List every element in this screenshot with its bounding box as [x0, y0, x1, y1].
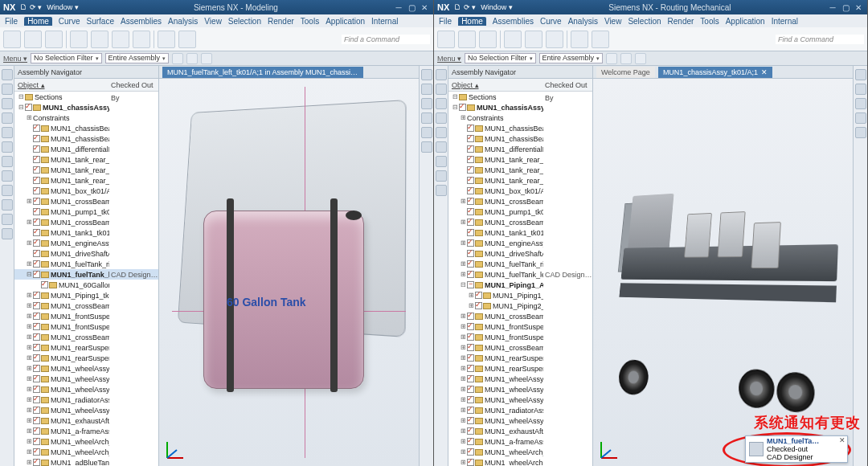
checkbox[interactable] [33, 333, 40, 341]
tree-row[interactable]: ⊞MUN1_frontSuspensionA… [14, 321, 158, 332]
ribbon-button[interactable] [546, 31, 563, 48]
expand-icon[interactable]: ⊞ [460, 323, 467, 330]
expand-icon[interactable]: ⊞ [460, 448, 467, 456]
checkbox[interactable] [467, 438, 474, 445]
tree-row[interactable]: ⊞MUN1_crossBeam_mid_t… [448, 342, 592, 353]
tree-row[interactable]: ⊞MUN1_engineAssy_tk01/… [448, 238, 592, 248]
checkbox[interactable] [475, 302, 482, 309]
maximize-icon[interactable]: ▢ [406, 2, 417, 12]
expand-icon[interactable]: ⊞ [26, 417, 33, 424]
ribbon-tab[interactable]: Assemblies [121, 17, 162, 26]
rail-icon[interactable] [436, 98, 447, 109]
checkbox[interactable] [467, 166, 474, 174]
checkbox[interactable] [33, 292, 40, 299]
expand-icon[interactable]: ⊞ [26, 375, 33, 382]
expand-icon[interactable]: ⊞ [460, 365, 467, 372]
rail-icon[interactable] [2, 185, 13, 196]
tree-row[interactable]: ⊞MUN1_rearSuspensionA… [448, 353, 592, 363]
tree-row[interactable]: MUN1_chassisBeam_right_… [14, 133, 158, 144]
rail-icon[interactable] [2, 156, 13, 167]
viewport-3d-left[interactable]: 60 Gallon Tank [159, 79, 419, 466]
checkbox[interactable] [33, 239, 40, 247]
ribbon-button[interactable] [133, 31, 150, 48]
expand-icon[interactable]: ⊟ [452, 93, 459, 100]
ribbon-tab[interactable]: Render [268, 17, 294, 26]
expand-icon[interactable]: ⊞ [26, 459, 33, 466]
ribbon-tab[interactable]: Assemblies [493, 17, 534, 26]
expand-icon[interactable]: ⊞ [468, 302, 475, 309]
ribbon-tab[interactable]: Curve [59, 17, 80, 26]
ribbon-tab[interactable]: Tools [301, 17, 319, 26]
rail-icon[interactable] [421, 141, 432, 153]
tree-row[interactable]: ⊟Sections [14, 92, 158, 102]
checkbox[interactable] [33, 187, 40, 194]
expand-icon[interactable]: ⊞ [26, 114, 33, 121]
expand-icon[interactable]: ⊞ [26, 427, 33, 435]
expand-icon[interactable]: ⊞ [460, 417, 467, 424]
tree-row[interactable]: ⊞MUN1_adBlueTankAssy_t… [14, 457, 158, 466]
tree-row[interactable]: MUN1_tank_rear_2_tk01/A… [14, 154, 158, 165]
checkbox[interactable] [33, 250, 40, 257]
checkbox[interactable] [33, 208, 40, 215]
checkbox[interactable] [33, 145, 40, 153]
rail-icon[interactable] [436, 84, 447, 95]
tree-row[interactable]: ⊞MUN1_crossBeam_rear_tk… [448, 196, 592, 206]
menu-button[interactable]: Menu ▾ [437, 55, 461, 63]
checkbox[interactable] [467, 187, 474, 194]
checkbox[interactable] [41, 281, 48, 288]
tree-row[interactable]: MUN1_chassisBeam_left_… [448, 123, 592, 133]
tree-row[interactable]: ⊞Constraints [14, 112, 158, 123]
expand-icon[interactable]: ⊞ [460, 375, 467, 382]
checkbox[interactable] [33, 354, 40, 362]
expand-icon[interactable]: ⊞ [26, 292, 33, 299]
checkbox[interactable] [33, 271, 40, 278]
tree-row[interactable]: ⊞MUN1_radiatorAssy_tk01… [14, 394, 158, 405]
tree-row[interactable]: ⊞MUN1_crossBeam_tk01/… [14, 217, 158, 227]
command-search[interactable]: Find a Command [342, 35, 430, 44]
selection-tool[interactable] [186, 53, 198, 64]
col-checkedout[interactable]: Checked Out By [543, 79, 592, 91]
rail-icon[interactable] [2, 69, 13, 80]
ribbon-tab[interactable]: Home [24, 17, 52, 26]
tree-row[interactable]: ⊞MUN1_wheelArch_rear_tk… [448, 447, 592, 457]
viewport-3d-right[interactable] [593, 79, 853, 466]
tree-row[interactable]: ⊟MUN1_chassisAssy_tk01/A;… [448, 102, 592, 112]
navigator-tree-left[interactable]: ⊟Sections⊟MUN1_chassisAssy_tk01/A;1…⊞Con… [14, 92, 158, 466]
checkbox[interactable] [467, 354, 474, 362]
ribbon-button[interactable] [592, 31, 609, 48]
tree-row[interactable]: ⊞MUN1_fuelTank_right_tk1… [14, 259, 158, 269]
tree-row[interactable]: ⊞MUN1_frontSuspensionA… [448, 321, 592, 332]
expand-icon[interactable]: ⊞ [26, 365, 33, 372]
checkbox[interactable] [467, 271, 474, 278]
tree-row[interactable]: ⊞MUN1_Piping1_tk01/A… [448, 290, 592, 300]
ribbon-button[interactable] [437, 31, 455, 48]
selection-filter-dropdown[interactable]: No Selection Filter [31, 53, 102, 63]
expand-icon[interactable]: ⊞ [460, 344, 467, 351]
minimize-icon[interactable]: ─ [393, 2, 404, 12]
expand-icon[interactable]: ⊟ [26, 271, 33, 278]
rail-icon[interactable] [436, 185, 447, 196]
expand-icon[interactable]: ⊞ [26, 302, 33, 309]
ribbon-button[interactable] [112, 31, 129, 48]
checkbox[interactable] [33, 365, 40, 372]
checkbox[interactable] [467, 125, 474, 132]
rail-icon[interactable] [421, 112, 432, 124]
rail-icon[interactable] [855, 84, 866, 95]
checkbox[interactable] [467, 459, 474, 466]
rail-icon[interactable] [2, 112, 13, 124]
tree-row[interactable]: ⊞MUN1_crossBeam_front_t… [448, 311, 592, 321]
ribbon-tab[interactable]: File [439, 17, 452, 26]
expand-icon[interactable]: ⊞ [26, 313, 33, 320]
checkbox[interactable] [467, 156, 474, 163]
checkbox[interactable] [467, 250, 474, 257]
tree-row[interactable]: ⊞MUN1_fuelTank_left_tk…CAD Designer (ca… [448, 269, 592, 280]
rail-icon[interactable] [436, 127, 447, 138]
close-icon[interactable]: ✕ [853, 2, 864, 12]
checkbox[interactable] [33, 166, 40, 174]
ribbon-tab[interactable]: Internal [371, 17, 398, 26]
expand-icon[interactable]: ⊞ [460, 427, 467, 435]
checkbox[interactable] [467, 323, 474, 330]
expand-icon[interactable]: ⊞ [460, 333, 467, 341]
checkbox[interactable] [33, 344, 40, 351]
checkbox[interactable] [33, 323, 40, 330]
